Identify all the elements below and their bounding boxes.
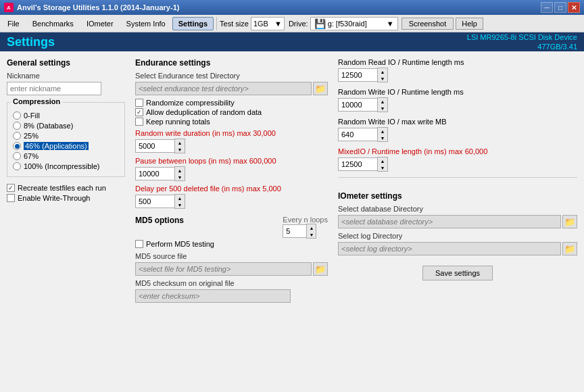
random-read-down[interactable]: ▼ [378,75,387,82]
pause-input[interactable] [135,167,174,180]
log-dir-input[interactable] [338,242,561,255]
md5-section: MD5 options Every n loops ▲ ▼ Perform MD… [135,216,328,303]
screenshot-button[interactable]: Screenshot [402,18,454,30]
nickname-label: Nickname [7,72,125,80]
write-duration-up[interactable]: ▲ [175,139,185,146]
radio-0fill-circle [13,112,21,120]
nickname-input[interactable] [7,82,101,95]
db-dir-browse-button[interactable]: 📁 [562,215,577,228]
randomize-check-item[interactable]: Randomize compressibility [135,99,328,107]
radio-100pct-label: 100% (Incompressible) [24,162,100,170]
random-write-max-input[interactable] [338,128,377,141]
header-band: Settings LSI MR9265-8i SCSI Disk Device … [0,32,584,51]
test-size-combo[interactable]: 1GB ▼ [251,17,285,30]
delay-row: Delay per 500 deleted file (in ms) max 5… [135,185,328,209]
save-settings-button[interactable]: Save settings [422,266,493,280]
device-name: LSI MR9265-8i SCSI Disk Device [467,32,577,42]
md5-source-browse-button[interactable]: 📁 [313,262,328,276]
mixed-io-input[interactable] [338,157,377,171]
totals-check-item[interactable]: Keep running totals [135,118,328,126]
mixed-io-section: MixedIO / Runtime length (in ms) max 60,… [338,147,577,172]
md5-checksum-label: MD5 checksum on original file [135,279,328,287]
delay-up[interactable]: ▲ [175,195,185,201]
radio-25pct-circle [13,132,21,140]
pause-up[interactable]: ▲ [175,167,185,174]
middle-panel: Endurance settings Select Endurance test… [135,58,328,385]
delay-input[interactable] [135,195,174,208]
db-dir-label: Select database Directory [338,205,577,213]
menu-settings[interactable]: Settings [172,17,214,30]
pause-spin-btns: ▲ ▼ [174,166,185,181]
random-write-max-spin-btns: ▲ ▼ [377,127,388,142]
left-panel: General settings Nickname Compression 0-… [7,58,125,385]
menu-benchmarks[interactable]: Benchmarks [26,17,80,30]
random-write-max-up[interactable]: ▲ [378,128,387,134]
random-read-up[interactable]: ▲ [378,68,387,75]
log-dir-browse-button[interactable]: 📁 [562,242,577,255]
md5-n-input[interactable] [283,224,306,238]
general-settings-title: General settings [7,58,125,68]
writethrough-checkbox-item[interactable]: Enable Write-Through [7,194,125,202]
db-dir-selector: 📁 [338,215,577,228]
drive-icon: 💾 [314,18,326,29]
write-duration-input[interactable] [135,139,174,153]
main-content: General settings Nickname Compression 0-… [0,51,584,392]
minimize-button[interactable]: ─ [541,2,553,13]
menu-bar: File Benchmarks IOmeter System Info Sett… [0,15,584,32]
divider [338,177,577,178]
random-write-max-down[interactable]: ▼ [378,134,387,141]
dedup-check-item[interactable]: Allow deduplication of random data [135,108,328,116]
iometer-section: IOmeter settings Select database Directo… [338,191,577,255]
radio-46pct[interactable]: 46% (Applications) [13,142,119,150]
random-write-rt-spinner: ▲ ▼ [338,97,389,112]
radio-67pct-circle [13,152,21,160]
drive-combo[interactable]: 💾 g: [f530raid] ▼ [310,17,398,30]
random-write-rt-input[interactable] [338,98,377,112]
endurance-dir-input[interactable] [135,82,312,95]
md5-source-selector: 📁 [135,262,328,276]
md5-source-input[interactable] [135,262,312,276]
menu-systeminfo[interactable]: System Info [120,17,172,30]
dedup-checkbox [135,108,143,116]
recreate-checkbox-item[interactable]: Recreate testfiles each run [7,184,125,192]
radio-8pct[interactable]: 8% (Database) [13,122,119,130]
md5-n-spin-btns: ▲ ▼ [306,224,316,239]
iometer-title: IOmeter settings [338,191,577,201]
window-controls: ─ □ ✕ [541,2,580,13]
db-dir-input[interactable] [338,215,561,228]
radio-0fill[interactable]: 0-Fill [13,112,119,120]
radio-8pct-label: 8% (Database) [24,122,73,130]
endurance-dir-browse-button[interactable]: 📁 [313,82,328,95]
radio-46pct-circle [13,142,21,150]
md5-perform-row[interactable]: Perform MD5 testing [135,240,328,248]
delay-spin-btns: ▲ ▼ [174,194,185,209]
md5-n-down[interactable]: ▼ [307,231,316,238]
radio-100pct[interactable]: 100% (Incompressible) [13,162,119,170]
md5-n-up[interactable]: ▲ [307,224,316,231]
mixed-io-up[interactable]: ▲ [378,157,387,164]
random-write-rt-down[interactable]: ▼ [378,105,387,112]
random-read-input[interactable] [338,68,377,82]
pause-label: Pause between loops (in ms) max 600,000 [135,157,328,165]
recreate-label: Recreate testfiles each run [18,184,106,192]
radio-25pct[interactable]: 25% [13,132,119,140]
radio-0fill-label: 0-Fill [24,112,40,120]
close-button[interactable]: ✕ [568,2,580,13]
maximize-button[interactable]: □ [554,2,566,13]
random-write-rt-up[interactable]: ▲ [378,98,387,105]
writethrough-checkbox [7,194,15,202]
app-title: Anvil's Storage Utilities 1.1.0 (2014-Ja… [17,3,179,11]
write-duration-down[interactable]: ▼ [175,146,185,153]
delay-down[interactable]: ▼ [175,201,185,208]
md5-checksum-input[interactable] [135,289,291,303]
endurance-dir-selector: 📁 [135,82,328,95]
menu-file[interactable]: File [1,17,26,30]
radio-67pct[interactable]: 67% [13,152,119,160]
delay-spinner: ▲ ▼ [135,194,186,209]
pause-down[interactable]: ▼ [175,174,185,180]
totals-label: Keep running totals [146,118,210,126]
device-info: LSI MR9265-8i SCSI Disk Device 477GB/3.4… [467,32,577,52]
mixed-io-down[interactable]: ▼ [378,164,387,171]
menu-iometer[interactable]: IOmeter [80,17,120,30]
help-button[interactable]: Help [456,18,483,30]
